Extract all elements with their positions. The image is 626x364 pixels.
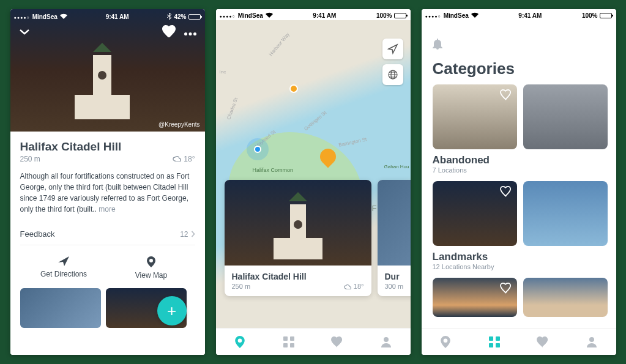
tab-favorites[interactable] (519, 329, 568, 355)
category-count: 7 Locations (433, 166, 605, 174)
svg-rect-7 (283, 343, 288, 347)
signal-dots (220, 12, 236, 19)
chevron-right-icon (191, 231, 195, 237)
feedback-row[interactable]: Feedback 12 (20, 223, 195, 245)
place-title: Halifax Citadel Hill (20, 140, 195, 154)
wifi-icon (60, 13, 67, 20)
favorite-icon[interactable] (500, 89, 512, 103)
svg-rect-11 (496, 336, 500, 341)
svg-rect-13 (496, 343, 500, 347)
battery-icon (394, 13, 406, 18)
time-label: 9:41 AM (313, 12, 336, 19)
bluetooth-icon (167, 13, 171, 21)
status-bar: MindSea 9:41 AM 100% (216, 9, 411, 20)
globe-button[interactable] (382, 64, 403, 85)
favorite-icon[interactable] (500, 186, 512, 199)
more-icon[interactable] (184, 27, 196, 38)
svg-point-14 (589, 337, 594, 342)
status-bar: MindSea 9:41 AM 42% (10, 11, 205, 22)
category-name: Abandoned (433, 154, 605, 166)
map[interactable]: Halifax Common Halifax Citadel National … (216, 20, 411, 328)
place-card-1[interactable]: Halifax Citadel Hill 250 m 18° (225, 180, 371, 296)
signal-dots (14, 13, 30, 20)
detail-screen: MindSea 9:41 AM 42% @KreepyKents Halifax… (10, 9, 205, 355)
map-screen: MindSea 9:41 AM 100% Halifax Common Hali… (216, 9, 411, 355)
thumbnail-1[interactable] (20, 288, 101, 328)
tab-grid[interactable] (264, 329, 313, 355)
battery-icon (600, 13, 612, 18)
svg-rect-5 (283, 336, 288, 341)
distance-label: 250 m (20, 155, 40, 163)
carrier-label: MindSea (32, 13, 58, 20)
category-image[interactable] (523, 181, 608, 246)
battery-pct: 100% (582, 12, 598, 19)
page-title: Categories (433, 59, 605, 78)
svg-point-9 (384, 337, 389, 342)
category-name: Landmarks (433, 251, 605, 263)
pin-icon (147, 256, 155, 267)
add-button[interactable]: + (157, 296, 187, 325)
hero-image: @KreepyKents (10, 9, 205, 132)
svg-point-0 (184, 32, 187, 35)
place-card-temp: 18° (354, 283, 364, 290)
notifications-icon[interactable] (433, 41, 442, 51)
feedback-count: 12 (180, 230, 188, 239)
carrier-label: MindSea (238, 12, 263, 19)
user-location (254, 146, 261, 153)
battery-pct: 100% (376, 12, 392, 19)
photo-credit: @KreepyKents (158, 121, 199, 128)
svg-rect-12 (489, 343, 493, 347)
wifi-icon (471, 12, 479, 19)
wifi-icon (266, 12, 273, 19)
svg-rect-8 (290, 343, 294, 347)
weather-icon (173, 155, 181, 163)
tab-map[interactable] (216, 329, 265, 355)
category-image[interactable] (433, 181, 517, 246)
svg-rect-10 (489, 336, 493, 341)
back-icon[interactable] (19, 27, 30, 38)
category-image[interactable] (433, 278, 517, 317)
svg-point-1 (188, 32, 192, 35)
time-label: 9:41 AM (106, 13, 129, 20)
battery-icon (188, 14, 201, 20)
tab-profile[interactable] (567, 329, 616, 355)
feedback-label: Feedback (20, 229, 55, 239)
tab-profile[interactable] (362, 329, 411, 355)
tab-bar (422, 328, 616, 355)
status-bar: MindSea 9:41 AM 100% (422, 9, 616, 20)
get-directions-button[interactable]: Get Directions (20, 256, 108, 280)
signal-dots (425, 12, 441, 19)
more-link[interactable]: more (99, 205, 115, 214)
battery-pct: 42% (174, 13, 186, 20)
categories-screen: MindSea 9:41 AM 100% Categories Abandone… (422, 9, 616, 355)
tab-grid[interactable] (470, 329, 519, 355)
category-image[interactable] (433, 84, 517, 149)
directions-icon (58, 256, 69, 266)
svg-rect-6 (290, 336, 294, 341)
tab-bar (216, 328, 411, 355)
category-image[interactable] (523, 278, 608, 317)
carrier-label: MindSea (444, 12, 469, 19)
place-card-distance: 250 m (232, 283, 251, 290)
time-label: 9:41 AM (518, 12, 542, 19)
place-card-2[interactable]: Dur 300 m (378, 180, 411, 296)
tab-favorites[interactable] (313, 329, 362, 355)
place-card-title: Halifax Citadel Hill (232, 272, 364, 281)
map-pin-small[interactable] (289, 84, 298, 93)
weather-icon (344, 284, 351, 289)
locate-button[interactable] (382, 39, 403, 59)
category-count: 12 Locations Nearby (433, 263, 605, 270)
view-map-button[interactable]: View Map (108, 256, 195, 280)
place-card-distance: 300 m (385, 283, 404, 290)
category-image[interactable] (523, 84, 608, 149)
svg-point-2 (193, 32, 196, 35)
favorite-icon[interactable] (500, 283, 512, 296)
place-card-title: Dur (385, 272, 411, 281)
map-label-common: Halifax Common (253, 167, 294, 173)
temperature-label: 18° (184, 155, 195, 163)
tab-map[interactable] (422, 329, 471, 355)
description: Although all four fortifications constru… (20, 171, 195, 215)
favorite-icon[interactable] (162, 25, 176, 40)
